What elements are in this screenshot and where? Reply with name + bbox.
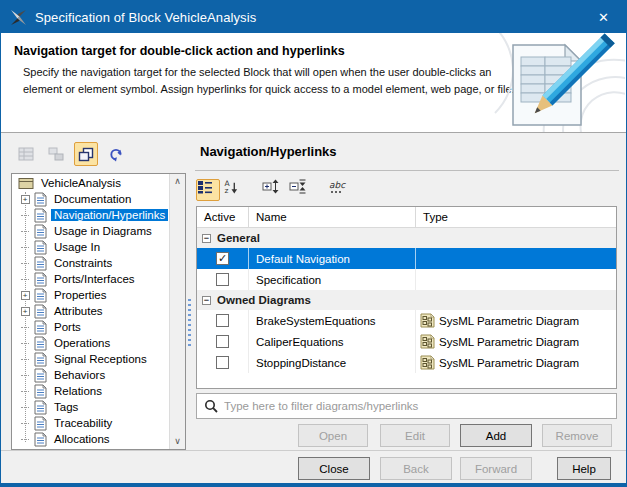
table-header-row: Active Name Type [197,207,616,228]
expand-all-icon[interactable] [262,179,286,201]
categorized-view-icon[interactable] [196,179,220,201]
group-row-general[interactable]: −General [197,228,616,248]
collapse-all-icon[interactable] [289,179,313,201]
column-header-name[interactable]: Name [249,207,416,227]
edit-button: Edit [380,424,450,447]
header-title: Navigation target for double-click actio… [14,44,345,58]
type-cell[interactable]: SysML Parametric Diagram [416,310,616,331]
spec-node-icon [34,432,47,447]
group-label: General [217,232,260,244]
tree-item-navigation-hyperlinks[interactable]: Navigation/Hyperlinks [12,207,168,223]
tree-item-label: Behaviors [51,369,108,381]
table-row-brakesystemequations[interactable]: BrakeSystemEquationsSysML Parametric Dia… [197,310,616,331]
help-button[interactable]: Help [557,457,611,480]
tree-item-ports[interactable]: Ports [12,319,168,335]
sort-alphabetically-icon[interactable]: A z [223,179,247,201]
tree-branch-connector [18,263,32,264]
tree-expander-icon[interactable]: + [18,195,32,204]
column-header-type[interactable]: Type [416,207,616,227]
checkbox-unchecked[interactable] [216,356,229,369]
hierarchy-view-icon[interactable] [44,142,68,166]
group-collapse-icon[interactable]: − [202,296,211,305]
tree-item-label: Attributes [51,305,106,317]
add-button[interactable]: Add [460,424,532,447]
name-cell[interactable]: StoppingDistance [249,352,416,373]
close-window-button[interactable]: ✕ [581,1,626,33]
close-button[interactable]: Close [298,457,370,480]
group-collapse-icon[interactable]: − [202,234,211,243]
panel-splitter-handle[interactable] [188,299,191,347]
name-cell[interactable]: BrakeSystemEquations [249,310,416,331]
scroll-down-icon[interactable]: ∨ [170,434,185,449]
name-cell[interactable]: Default Navigation [249,248,416,269]
column-header-active[interactable]: Active [197,207,249,227]
tree-branch-connector [18,343,32,344]
table-row-caliperequations[interactable]: CaliperEquationsSysML Parametric Diagram [197,331,616,352]
filter-input[interactable] [224,394,616,418]
spec-node-icon [34,272,47,287]
type-cell[interactable] [416,269,616,290]
tree-item-behaviors[interactable]: Behaviors [12,367,168,383]
name-cell[interactable]: CaliperEquations [249,331,416,352]
tree-item-signal-receptions[interactable]: Signal Receptions [12,351,168,367]
type-cell[interactable]: SysML Parametric Diagram [416,331,616,352]
specification-tree-panel: VehicleAnalysis+DocumentationNavigation/… [11,173,186,450]
tree-item-label: Usage In [51,241,103,253]
tree-item-attributes[interactable]: +Attributes [12,303,168,319]
back-button: Back [380,457,452,480]
tree-item-operations[interactable]: Operations [12,335,168,351]
tree-item-properties[interactable]: +Properties [12,287,168,303]
tree-item-label: Tags [51,401,81,413]
table-row-default-navigation[interactable]: ✓Default Navigation [197,248,616,269]
tree-item-usage-in[interactable]: Usage In [12,239,168,255]
table-body: −General✓Default NavigationSpecification… [197,228,616,373]
scroll-up-icon[interactable]: ∧ [170,174,185,189]
type-cell[interactable]: SysML Parametric Diagram [416,352,616,373]
window-title: Specification of Block VehicleAnalysis [35,10,256,25]
tree-expander-icon[interactable]: + [18,307,32,316]
tree-item-documentation[interactable]: +Documentation [12,191,168,207]
tree-item-constraints[interactable]: Constraints [12,255,168,271]
checkbox-unchecked[interactable] [216,335,229,348]
spec-node-icon [34,400,47,415]
checkbox-checked[interactable]: ✓ [216,252,229,265]
tree-item-allocations[interactable]: Allocations [12,431,168,447]
open-button: Open [298,424,368,447]
name-cell[interactable]: Specification [249,269,416,290]
table-toolbar: A z [196,178,355,202]
spec-node-icon [34,352,47,367]
table-row-specification[interactable]: Specification [197,269,616,290]
checkbox-unchecked[interactable] [216,273,229,286]
tree-scrollbar[interactable]: ∧ ∨ [169,174,185,449]
tree-item-vehicleanalysis[interactable]: VehicleAnalysis [12,175,168,191]
dialog-header: Navigation target for double-click actio… [1,33,626,133]
specification-dialog: Specification of Block VehicleAnalysis ✕… [0,0,627,487]
tree-item-tags[interactable]: Tags [12,399,168,415]
tree-item-label: Traceability [51,417,115,429]
checkbox-unchecked[interactable] [216,314,229,327]
tree-branch-connector [18,231,32,232]
tree-item-usage-in-diagrams[interactable]: Usage in Diagrams [12,223,168,239]
show-description-icon[interactable]: abc [328,179,352,201]
tree-expander-icon[interactable]: + [18,291,32,300]
tree-item-label: VehicleAnalysis [38,177,124,189]
title-bar[interactable]: Specification of Block VehicleAnalysis ✕ [1,1,626,33]
panel-title: Navigation/Hyperlinks [200,144,337,159]
tree-item-ports-interfaces[interactable]: Ports/Interfaces [12,271,168,287]
tree-branch-connector [18,359,32,360]
group-row-owned-diagrams[interactable]: −Owned Diagrams [197,290,616,310]
tree-branch-connector [18,375,32,376]
tree-item-traceability[interactable]: Traceability [12,415,168,431]
standard-mode-icon[interactable] [74,142,98,166]
spec-node-icon [34,368,47,383]
sysml-parametric-diagram-icon [420,355,435,370]
table-row-stoppingdistance[interactable]: StoppingDistanceSysML Parametric Diagram [197,352,616,373]
properties-list-view-icon[interactable] [14,142,38,166]
spec-node-icon [34,224,47,239]
refresh-icon[interactable] [104,142,128,166]
type-cell[interactable] [416,248,616,269]
type-label: SysML Parametric Diagram [439,336,579,348]
spec-node-icon [34,192,47,207]
tree-branch-connector [18,391,32,392]
tree-item-relations[interactable]: Relations [12,383,168,399]
